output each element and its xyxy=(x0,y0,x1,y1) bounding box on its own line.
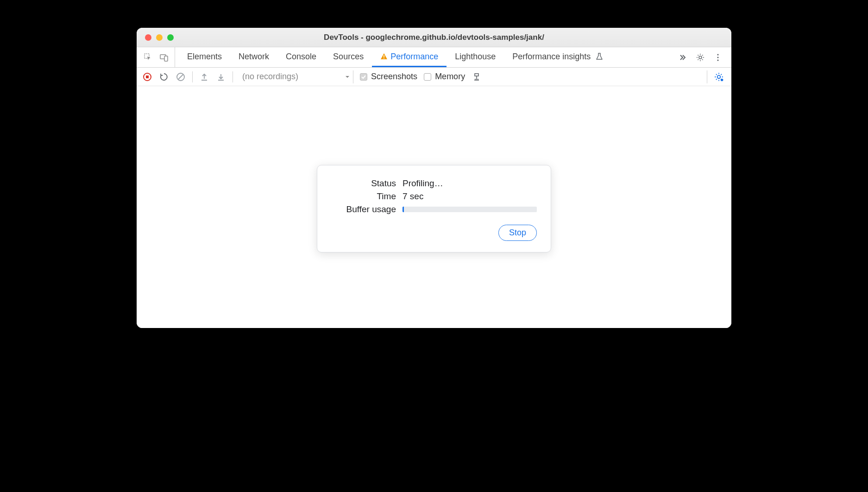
upload-icon[interactable] xyxy=(199,72,209,82)
tab-label: Elements xyxy=(187,52,222,62)
buffer-usage-label: Buffer usage xyxy=(331,204,396,214)
tab-label: Performance insights xyxy=(512,52,591,62)
record-stop-button[interactable] xyxy=(142,72,152,82)
tab-label: Network xyxy=(239,52,269,62)
stop-button[interactable]: Stop xyxy=(498,225,537,241)
svg-point-18 xyxy=(717,75,721,78)
svg-point-7 xyxy=(717,57,718,58)
devtools-tabs-bar: Elements Network Console Sources Perform… xyxy=(137,47,731,68)
tab-label: Lighthouse xyxy=(455,52,496,62)
tab-network[interactable]: Network xyxy=(230,47,277,67)
checkbox-icon xyxy=(360,73,367,81)
chevron-down-icon xyxy=(345,74,350,80)
kebab-menu-icon[interactable] xyxy=(713,52,723,63)
screenshots-label: Screenshots xyxy=(371,72,417,82)
tab-sources[interactable]: Sources xyxy=(325,47,372,67)
minimize-window-button[interactable] xyxy=(156,34,163,41)
svg-point-6 xyxy=(717,54,718,55)
svg-point-5 xyxy=(699,56,702,59)
more-tabs-icon[interactable] xyxy=(678,52,688,63)
svg-rect-2 xyxy=(164,56,168,61)
tab-label: Performance xyxy=(390,52,438,62)
buffer-usage-progress xyxy=(403,207,537,212)
devtools-window: DevTools - googlechrome.github.io/devtoo… xyxy=(137,28,731,328)
settings-icon[interactable] xyxy=(695,52,705,63)
window-controls xyxy=(137,34,174,41)
svg-rect-10 xyxy=(146,76,149,78)
tab-elements[interactable]: Elements xyxy=(179,47,230,67)
checkbox-icon xyxy=(424,73,431,81)
status-label: Status xyxy=(331,178,396,189)
performance-toolbar: (no recordings) Screenshots Memory xyxy=(137,68,731,86)
buffer-usage-fill xyxy=(403,207,404,212)
close-window-button[interactable] xyxy=(145,34,151,41)
tab-label: Sources xyxy=(333,52,364,62)
svg-rect-13 xyxy=(475,74,478,76)
capture-settings-icon[interactable] xyxy=(714,72,724,82)
clear-icon[interactable] xyxy=(176,72,186,82)
tab-console[interactable]: Console xyxy=(277,47,325,67)
garbage-collect-icon[interactable] xyxy=(472,72,482,82)
memory-label: Memory xyxy=(435,72,465,82)
tab-performance-insights[interactable]: Performance insights xyxy=(504,47,612,67)
recordings-dropdown[interactable]: (no recordings) xyxy=(239,70,353,83)
tab-performance[interactable]: Performance xyxy=(372,47,447,67)
toolbar-divider xyxy=(192,71,193,82)
svg-line-12 xyxy=(178,75,183,79)
tab-label: Console xyxy=(286,52,316,62)
flask-icon xyxy=(595,52,604,61)
svg-point-8 xyxy=(717,59,718,61)
titlebar: DevTools - googlechrome.github.io/devtoo… xyxy=(137,28,731,47)
recordings-placeholder: (no recordings) xyxy=(242,72,298,82)
download-icon[interactable] xyxy=(216,72,226,82)
reload-icon[interactable] xyxy=(159,72,169,82)
svg-rect-4 xyxy=(384,58,384,59)
screenshots-checkbox-group[interactable]: Screenshots xyxy=(360,72,417,82)
svg-point-19 xyxy=(721,78,723,81)
device-toolbar-icon[interactable] xyxy=(159,52,169,63)
time-label: Time xyxy=(331,191,396,202)
maximize-window-button[interactable] xyxy=(167,34,174,41)
status-value: Profiling… xyxy=(403,178,443,189)
memory-checkbox-group[interactable]: Memory xyxy=(424,72,465,82)
svg-rect-3 xyxy=(384,55,384,57)
toolbar-divider xyxy=(233,71,233,82)
profiling-dialog: Status Profiling… Time 7 sec Buffer usag… xyxy=(317,165,551,252)
performance-content: Status Profiling… Time 7 sec Buffer usag… xyxy=(137,86,731,328)
warning-icon xyxy=(380,53,388,60)
inspect-element-icon[interactable] xyxy=(143,52,153,63)
window-title: DevTools - googlechrome.github.io/devtoo… xyxy=(137,33,731,42)
time-value: 7 sec xyxy=(403,191,423,202)
tab-lighthouse[interactable]: Lighthouse xyxy=(447,47,504,67)
